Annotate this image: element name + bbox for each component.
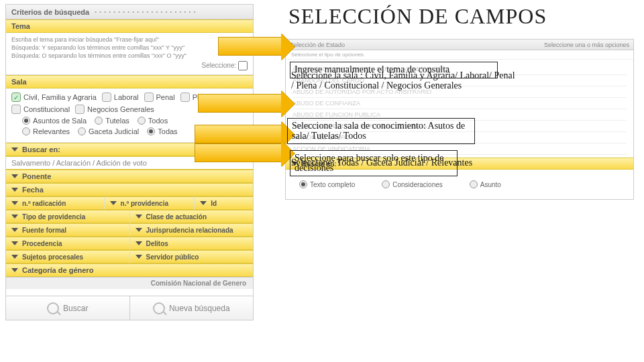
grid-row-3: Fuente formal Jurisprudencia relacionada <box>6 223 253 237</box>
grey-footer: Comisión Nacional de Genero <box>6 277 253 289</box>
callout-2: Seleccione la sala : Civil, Familia y Ag… <box>291 71 519 90</box>
radio-icon <box>382 180 390 188</box>
section-fecha[interactable]: Fecha <box>6 183 253 196</box>
right-panel-sub: Seleccione el tipo de opciones <box>286 50 633 60</box>
grid-row-2: Tipo de providencia Clase de actuación <box>6 210 253 223</box>
section-label: Sala <box>11 78 27 86</box>
cell-delitos[interactable]: Delitos <box>130 237 254 250</box>
chevron-down-icon <box>11 188 18 192</box>
grid-row-4: Procedencia Delitos <box>6 237 253 250</box>
search-icon <box>153 302 165 314</box>
radio-icon <box>299 180 307 188</box>
radio-icon <box>22 117 30 125</box>
radio-tutelas[interactable]: Tutelas <box>95 117 129 125</box>
radio-todas[interactable]: Todas <box>147 127 177 135</box>
section-tema[interactable]: Tema <box>6 19 253 33</box>
cell-procedencia[interactable]: Procedencia <box>6 237 130 250</box>
chevron-down-icon <box>200 201 207 205</box>
tema-select-row: Seleccione: <box>11 61 248 70</box>
cell-id[interactable]: Id <box>195 196 253 210</box>
callout-5: Seleccione: Todas / Gaceta Judicial / Re… <box>291 158 539 168</box>
radio-icon <box>95 117 103 125</box>
page-title: SELECCIÓN DE CAMPOS <box>288 4 637 29</box>
section-categoria[interactable]: Categoría de género <box>6 263 253 277</box>
new-search-button[interactable]: Nueva búsqueda <box>130 296 254 320</box>
check-icon <box>75 105 85 114</box>
callout-arrow-4 <box>195 143 282 162</box>
radio-relevantes[interactable]: Relevantes <box>22 127 70 135</box>
section-ponente[interactable]: Ponente <box>6 170 253 183</box>
radio-todos[interactable]: Todos <box>138 117 168 125</box>
chevron-down-icon <box>11 255 18 259</box>
tema-body: Escriba el tema para iniciar búsqueda "F… <box>6 33 253 75</box>
cell-providencia[interactable]: n.º providencia <box>105 196 195 210</box>
chevron-down-icon <box>136 215 142 219</box>
chevron-down-icon <box>11 174 18 178</box>
check-icon <box>144 93 154 102</box>
radio-asunto[interactable]: Asunto <box>470 180 501 188</box>
check-icon <box>180 93 190 102</box>
grid-row-5: Sujetos procesales Servidor público <box>6 250 253 263</box>
search-icon <box>47 302 59 314</box>
grid-row-1: n.º radicación n.º providencia Id <box>6 196 253 210</box>
check-icon: ✓ <box>11 93 21 102</box>
chevron-down-icon <box>11 201 18 205</box>
tema-select-input[interactable] <box>238 61 248 70</box>
radio-asuntos[interactable]: Asuntos de Sala <box>22 117 87 125</box>
cell-fuente[interactable]: Fuente formal <box>6 223 130 237</box>
check-negocios[interactable]: Negocios Generales <box>75 105 154 114</box>
chevron-down-icon <box>11 147 18 152</box>
tema-select-label: Seleccione: <box>202 62 237 69</box>
tema-hint-1: Escriba el tema para iniciar búsqueda "F… <box>11 36 248 43</box>
check-icon <box>102 93 111 102</box>
chevron-down-icon <box>136 228 142 232</box>
chevron-down-icon <box>11 268 18 272</box>
right-panel-header: Selección de Estado Seleccione una o más… <box>286 40 633 50</box>
check-constitucional[interactable]: Constitucional <box>11 105 70 114</box>
radio-gaceta[interactable]: Gaceta Judicial <box>78 127 139 135</box>
section-label: Tema <box>11 22 30 30</box>
check-penal[interactable]: Penal <box>144 93 175 102</box>
button-row: Buscar Nueva búsqueda <box>6 296 253 320</box>
check-civil[interactable]: ✓Civil, Familia y Agraria <box>11 93 97 102</box>
tema-hint-3: Búsqueda: O separando los términos entre… <box>11 52 248 59</box>
section-sala[interactable]: Sala <box>6 75 253 88</box>
check-icon <box>11 105 21 114</box>
chevron-down-icon <box>136 241 142 245</box>
cell-sujetos[interactable]: Sujetos procesales <box>6 250 130 263</box>
chevron-down-icon <box>136 255 142 259</box>
chevron-down-icon <box>110 201 117 205</box>
panel-title: Criterios de búsqueda <box>11 8 89 16</box>
header-dots: • • • • • • • • • • • • • • • • • • • • … <box>95 9 248 15</box>
cell-jurisprudencia[interactable]: Jurisprudencia relacionada <box>130 223 254 237</box>
chevron-down-icon <box>11 241 18 245</box>
radio-consideraciones[interactable]: Consideraciones <box>382 180 443 188</box>
list-item[interactable]: ABUSO DE CONFIANZA <box>292 98 627 109</box>
cell-clase[interactable]: Clase de actuación <box>130 210 254 223</box>
cell-radicacion[interactable]: n.º radicación <box>6 196 105 210</box>
callout-arrow-2 <box>198 94 282 113</box>
cell-servidor[interactable]: Servidor público <box>130 250 254 263</box>
radio-icon <box>78 127 86 135</box>
callout-arrow-3 <box>195 125 282 143</box>
search-criteria-panel: Criterios de búsqueda • • • • • • • • • … <box>5 4 254 320</box>
chevron-down-icon <box>11 228 18 232</box>
search-button[interactable]: Buscar <box>6 296 130 320</box>
radio-icon <box>22 127 30 135</box>
radio-texto-completo[interactable]: Texto completo <box>299 180 355 188</box>
radio-icon <box>138 117 146 125</box>
panel-header: Criterios de búsqueda • • • • • • • • • … <box>6 5 253 19</box>
callout-3: Seleccione la sala de conocimiento: Asut… <box>287 118 475 144</box>
cell-tipo[interactable]: Tipo de providencia <box>6 210 130 223</box>
radio-icon <box>147 127 155 135</box>
tema-hint-2: Búsqueda: Y separando los términos entre… <box>11 44 248 51</box>
sala-radios-1: Asuntos de Sala Tutelas Todos <box>22 117 248 125</box>
chevron-down-icon <box>11 215 18 219</box>
check-laboral[interactable]: Laboral <box>102 93 139 102</box>
callout-arrow-1 <box>218 37 282 56</box>
radio-icon <box>470 180 478 188</box>
